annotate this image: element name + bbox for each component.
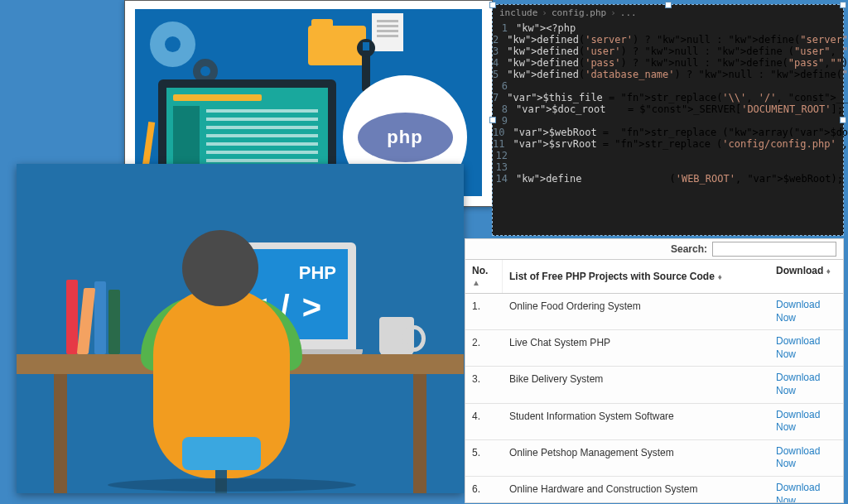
table-header: No. ▲ List of Free PHP Projects with Sou… [465, 259, 843, 294]
download-link[interactable]: Download Now [776, 372, 820, 396]
cell-no: 1. [465, 294, 503, 329]
screen-title: PHP [299, 262, 336, 284]
projects-panel: Search: No. ▲ List of Free PHP Projects … [465, 238, 844, 503]
code-line[interactable]: 4"kw">defined('pass') ? "kw">null : "kw"… [493, 57, 843, 69]
chevron-right-icon: › [610, 7, 616, 18]
table-row: 1.Online Food Ordering SystemDownload No… [465, 294, 843, 330]
line-number: 1 [493, 22, 516, 34]
download-link[interactable]: Download Now [776, 482, 820, 503]
code-area[interactable]: 1"kw"><?php2"kw">defined('server') ? "kw… [493, 21, 843, 188]
code-line[interactable]: 8"var">$doc_root = $"const">_SERVER['DOC… [493, 103, 843, 115]
gear-icon [150, 22, 195, 67]
code-editor[interactable]: include › config.php › ... 1"kw"><?php2"… [492, 4, 844, 236]
col-download: Download ♦ [773, 260, 843, 293]
col-no: No. ▲ [465, 260, 503, 293]
code-line[interactable]: 2"kw">defined('server') ? "kw">null : "k… [493, 34, 843, 46]
line-number: 12 [493, 150, 516, 161]
cell-title: Live Chat System PHP [503, 330, 773, 366]
cell-no: 4. [465, 404, 503, 439]
code-line[interactable]: 7"var">$this_file = "fn">str_replace('\\… [493, 92, 843, 103]
books-icon [66, 280, 120, 354]
code-line[interactable]: 12 [493, 150, 843, 161]
breadcrumb-item: ... [620, 7, 637, 18]
table-row: 5.Online Petshop Management SystemDownlo… [465, 440, 843, 477]
code-line[interactable]: 6 [493, 80, 843, 92]
code-line[interactable]: 14"kw">define('WEB_ROOT', "var">$webRoot… [493, 173, 843, 185]
cell-title: Online Food Ordering System [503, 294, 773, 329]
document-icon [372, 13, 403, 51]
line-number: 3 [493, 46, 507, 57]
cell-no: 2. [465, 330, 503, 366]
code-line[interactable]: 5"kw">defined('database_name') ? "kw">nu… [493, 69, 843, 80]
code-line[interactable]: 9 [493, 115, 843, 127]
developer-illustration: PHP < / > [17, 164, 464, 493]
cell-title: Student Information System Software [503, 404, 773, 439]
line-number: 14 [493, 173, 516, 185]
code-line[interactable]: 1"kw"><?php [493, 22, 843, 34]
cell-no: 5. [465, 440, 503, 476]
code-line[interactable]: 13 [493, 161, 843, 173]
line-number: 11 [493, 138, 513, 150]
breadcrumb-item[interactable]: include [499, 7, 537, 18]
table-row: 3.Bike Delivery SystemDownload Now [465, 367, 843, 403]
code-line[interactable]: 3"kw">defined('user') ? "kw">null : "kw"… [493, 46, 843, 57]
line-number: 2 [493, 34, 507, 46]
line-number: 5 [493, 69, 507, 80]
sort-icon[interactable]: ▲ [472, 278, 479, 287]
cell-title: Bike Delivery System [503, 367, 773, 402]
sort-icon[interactable]: ♦ [718, 272, 720, 281]
line-number: 13 [493, 161, 516, 173]
breadcrumb-item[interactable]: config.php [552, 7, 606, 18]
code-line[interactable]: 11"var">$srvRoot = "fn">str_replace ('co… [493, 138, 843, 150]
cell-no: 6. [465, 477, 503, 503]
table-row: 4.Student Information System SoftwareDow… [465, 404, 843, 440]
line-number: 9 [493, 115, 516, 127]
table-row: 6.Online Hardware and Construction Syste… [465, 477, 843, 503]
download-link[interactable]: Download Now [776, 299, 820, 324]
download-link[interactable]: Download Now [776, 445, 820, 470]
search-label: Search: [671, 243, 707, 255]
line-number: 8 [493, 103, 516, 115]
resize-handle[interactable] [489, 2, 496, 8]
chevron-right-icon: › [542, 7, 547, 18]
download-link[interactable]: Download Now [776, 335, 820, 360]
search-input[interactable] [712, 242, 836, 257]
chair-icon [182, 437, 261, 470]
line-number: 10 [493, 127, 513, 138]
cell-no: 3. [465, 367, 503, 402]
cell-title: Online Hardware and Construction System [503, 477, 773, 503]
cell-title: Online Petshop Management System [503, 440, 773, 476]
col-title: List of Free PHP Projects with Source Co… [503, 260, 773, 293]
resize-handle[interactable] [489, 117, 496, 123]
mug-icon [379, 317, 414, 355]
line-number: 6 [493, 80, 516, 92]
php-logo-text: php [358, 113, 453, 162]
line-number: 7 [493, 92, 507, 103]
table-row: 2.Live Chat System PHPDownload Now [465, 330, 843, 367]
resize-handle[interactable] [840, 2, 846, 8]
resize-handle[interactable] [665, 2, 672, 8]
code-line[interactable]: 10"var">$webRoot = "fn">str_replace ("kw… [493, 127, 843, 138]
sort-icon[interactable]: ♦ [826, 266, 829, 276]
download-link[interactable]: Download Now [776, 409, 820, 434]
line-number: 4 [493, 57, 507, 69]
resize-handle[interactable] [840, 117, 846, 123]
